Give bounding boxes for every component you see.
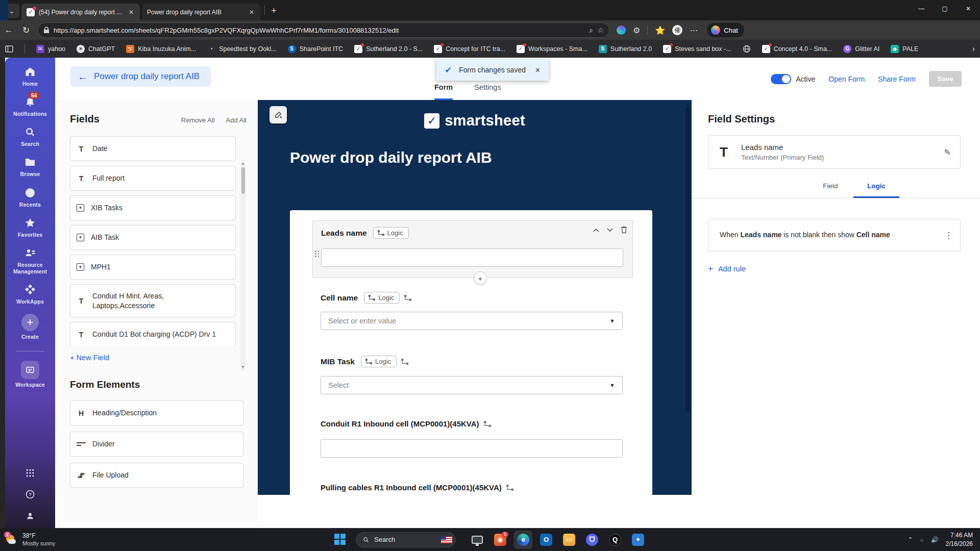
add-rule-link[interactable]: + Add rule	[708, 264, 961, 274]
profile-avatar[interactable]: 催	[672, 25, 682, 35]
start-button[interactable]	[334, 534, 347, 546]
favorites-bar-icon[interactable]: ⭐	[655, 26, 665, 35]
app-discord[interactable]: ᗜ	[583, 531, 601, 549]
sidebar-toggle-icon[interactable]	[5, 45, 13, 53]
bookmark-glitter-ai[interactable]: GGlitter AI	[843, 45, 879, 53]
logic-chip[interactable]: Logic	[373, 227, 409, 239]
delete-field-icon[interactable]	[621, 226, 627, 234]
field-item-xib-tasks[interactable]: ▼XIB Tasks	[70, 195, 236, 220]
sidebar-item-home[interactable]: Home	[5, 66, 55, 87]
rule-menu-kebab-icon[interactable]: ⋮	[944, 230, 953, 241]
field-list-scrollbar[interactable]: ▲ ▼	[240, 160, 246, 370]
extension-icon[interactable]	[617, 26, 626, 35]
mib-task-select[interactable]: Select ▼	[321, 376, 623, 394]
toast-close-icon[interactable]: ✕	[535, 66, 541, 74]
tab-field[interactable]: Field	[807, 182, 853, 198]
move-down-icon[interactable]	[607, 228, 613, 232]
sidebar-item-search[interactable]: Search	[5, 126, 55, 147]
app-q[interactable]: Q	[606, 531, 624, 549]
sidebar-item-create[interactable]: + Create	[5, 314, 55, 340]
tray-chevron-icon[interactable]: ⌃	[908, 536, 913, 543]
bookmark-sharepoint[interactable]: SSharePoint ITC	[288, 45, 343, 53]
favorite-star-icon[interactable]: ☆	[597, 26, 604, 34]
more-menu-icon[interactable]: ⋯	[690, 26, 698, 35]
sidebar-item-browse[interactable]: Browse	[5, 156, 55, 178]
element-divider[interactable]: Divider	[70, 432, 243, 457]
logic-chip[interactable]: Logic	[361, 356, 397, 367]
wifi-icon[interactable]: ⌔	[920, 536, 924, 543]
bookmark-globe[interactable]	[743, 45, 751, 53]
sidebar-item-notifications[interactable]: 54 Notifications	[5, 96, 55, 117]
bookmark-sutherland2[interactable]: ✓Sutherland 2.0 - S...	[354, 45, 423, 53]
app-outlook[interactable]: O	[537, 531, 555, 549]
clock[interactable]: 7:46 AM 2/16/2026	[946, 531, 973, 547]
open-form-link[interactable]: Open Form	[828, 75, 865, 83]
bookmark-workspaces[interactable]: ✓Workspaces - Sma...	[517, 45, 587, 53]
leads-name-input[interactable]	[321, 248, 623, 267]
drag-handle[interactable]	[315, 251, 320, 257]
refresh-icon[interactable]: ↻	[17, 25, 35, 36]
save-button[interactable]: Save	[929, 71, 962, 87]
field-item-date[interactable]: TDate	[70, 136, 236, 161]
tab-close-icon[interactable]: ✕	[248, 9, 255, 16]
bookmark-concept40[interactable]: ✓Concept 4.0 - Sma...	[762, 45, 832, 53]
move-up-icon[interactable]	[593, 228, 599, 232]
remove-all-link[interactable]: Remove All	[181, 116, 215, 124]
cell-name-select[interactable]: Select or enter value ▼	[321, 312, 623, 330]
tab-form[interactable]: Form	[434, 83, 453, 100]
weather-widget[interactable]: 1 38°F Mostly sunny	[0, 532, 122, 547]
copilot-chat-button[interactable]: Chat	[707, 23, 744, 37]
app-task-view[interactable]	[468, 531, 486, 549]
share-form-link[interactable]: Share Form	[878, 75, 916, 83]
logic-rule-card[interactable]: When Leads name is not blank then show C…	[708, 219, 961, 252]
logic-chip[interactable]: Logic	[364, 292, 400, 304]
back-icon[interactable]: ←	[0, 25, 17, 35]
field-item-mph1[interactable]: ▼MPH1	[70, 255, 236, 280]
sidebar-item-workspace[interactable]: Workspace	[5, 361, 55, 388]
tab-settings[interactable]: Settings	[474, 83, 501, 100]
browser-tab-1[interactable]: ✓ (54) Power drop daily report AIB - S ✕	[21, 4, 140, 20]
bookmark-yahoo[interactable]: ✉yahoo	[36, 45, 65, 53]
scrollbar-thumb[interactable]	[685, 107, 690, 412]
scrollbar-thumb[interactable]	[241, 167, 245, 194]
field-item-aib-task[interactable]: ▼AIB Task	[70, 225, 236, 250]
maximize-button[interactable]: ▢	[933, 0, 957, 17]
taskbar-search[interactable]: Search	[356, 532, 456, 547]
sidebar-item-resource-management[interactable]: Resource Management	[5, 247, 55, 275]
bookmark-chatgpt[interactable]: ✳ChatGPT	[77, 45, 115, 53]
preview-scrollbar[interactable]: ▲	[685, 100, 691, 495]
field-item-conduit-h[interactable]: TConduit H Mint. Areas, Laptops,Accessor…	[70, 284, 236, 317]
back-to-sheet-button[interactable]: ← Power drop daily report AIB	[70, 66, 211, 87]
bookmark-speedtest[interactable]: ◔Speedtest by Ookl...	[207, 45, 277, 53]
conduit-r1-input[interactable]	[321, 439, 623, 458]
edit-pencil-icon[interactable]: ✎	[944, 147, 951, 157]
bookmark-sutherland20[interactable]: SSutherland 2.0	[599, 45, 652, 53]
app-edge[interactable]: e	[514, 531, 532, 549]
element-file-upload[interactable]: 🖇File Upload	[70, 463, 243, 488]
app-blue[interactable]: ✦	[629, 531, 647, 549]
add-all-link[interactable]: Add All	[226, 116, 247, 124]
sidebar-item-workapps[interactable]: WorkApps	[5, 284, 55, 305]
new-field-link[interactable]: + New Field	[70, 354, 258, 362]
browser-tab-2[interactable]: ✓ Power drop daily report AIB ✕	[142, 4, 260, 20]
sidebar-item-favorites[interactable]: Favorites	[5, 217, 55, 238]
bookmarks-overflow-chevron[interactable]: ›	[972, 44, 975, 54]
field-item-full-report[interactable]: TFull report	[70, 166, 236, 191]
apps-grid-icon[interactable]	[25, 468, 35, 478]
app-orange[interactable]: ◉1	[491, 531, 509, 549]
tab-close-icon[interactable]: ✕	[128, 9, 135, 16]
bookmark-kiba[interactable]: ツKiba Inuzuka Anim...	[126, 45, 196, 53]
zoom-page-icon[interactable]: ⌕	[590, 26, 594, 35]
bookmark-pale[interactable]: ◆PALE	[891, 45, 918, 53]
close-button[interactable]: ✕	[957, 0, 980, 17]
minimize-button[interactable]: —	[910, 0, 933, 17]
volume-icon[interactable]: 🔊	[931, 536, 939, 543]
address-bar[interactable]: https://app.smartsheet.com/sheets/qFR2pG…	[38, 22, 609, 38]
add-field-here-button[interactable]: +	[474, 271, 487, 285]
app-file-explorer[interactable]: ▭	[560, 531, 578, 549]
element-heading-description[interactable]: HHeading/Description	[70, 400, 243, 425]
browser-essentials-icon[interactable]: ⚙	[633, 26, 640, 35]
selected-field-leads-name[interactable]: Leads name Logic	[312, 220, 633, 278]
new-tab-button[interactable]: +	[271, 5, 277, 16]
bookmark-steves-sandbox[interactable]: ✓Steves sand box -...	[663, 45, 731, 53]
